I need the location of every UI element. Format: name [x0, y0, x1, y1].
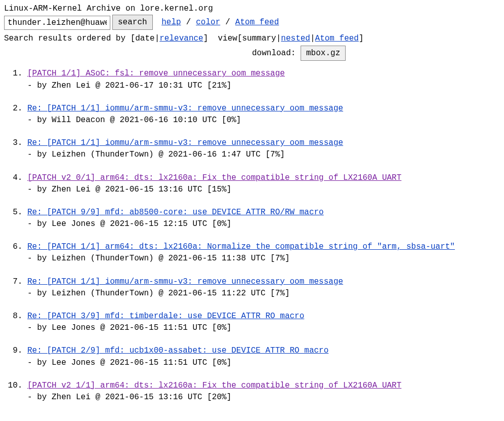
search-result-item: Re: [PATCH 3/9] mfd: timberdale: use DEV… [27, 311, 500, 334]
result-meta: - by Lee Jones @ 2021-06-15 12:15 UTC [0… [27, 218, 500, 230]
result-title-link[interactable]: Re: [PATCH 1/1] iommu/arm-smmu-v3: remov… [27, 138, 343, 147]
separator: / [186, 17, 191, 28]
search-result-item: Re: [PATCH 1/1] arm64: dts: lx2160a: Nor… [27, 241, 500, 264]
search-result-item: [PATCH v2 1/1] arm64: dts: lx2160a: Fix … [27, 380, 500, 403]
result-meta: - by Leizhen (ThunderTown) @ 2021-06-15 … [27, 253, 500, 264]
view-prefix: Search results ordered by [ [4, 34, 135, 43]
result-title-link[interactable]: Re: [PATCH 1/1] iommu/arm-smmu-v3: remov… [27, 277, 343, 286]
download-mbox-button[interactable]: mbox.gz [301, 46, 346, 61]
result-title-link[interactable]: Re: [PATCH 3/9] mfd: timberdale: use DEV… [27, 312, 304, 321]
view-mid: ] view[ [203, 34, 242, 43]
result-title-link[interactable]: [PATCH 1/1] ASoC: fsl: remove unnecessar… [27, 69, 285, 78]
result-title-link[interactable]: [PATCH v2 0/1] arm64: dts: lx2160a: Fix … [27, 173, 401, 182]
search-result-item: [PATCH v2 0/1] arm64: dts: lx2160a: Fix … [27, 172, 500, 196]
result-meta: - by Lee Jones @ 2021-06-15 11:51 UTC [0… [27, 322, 500, 334]
search-form: search help / color / Atom feed [4, 15, 500, 30]
search-result-item: Re: [PATCH 1/1] iommu/arm-smmu-v3: remov… [27, 137, 500, 161]
atom-feed-link[interactable]: Atom feed [235, 17, 279, 28]
result-meta: - by Zhen Lei @ 2021-06-15 13:16 UTC [20… [27, 392, 500, 403]
result-meta: - by Leizhen (ThunderTown) @ 2021-06-16 … [27, 149, 500, 161]
view-suffix: ] [359, 34, 364, 43]
search-result-item: Re: [PATCH 9/9] mfd: ab8500-core: use DE… [27, 207, 500, 230]
result-title-link[interactable]: Re: [PATCH 1/1] arm64: dts: lx2160a: Nor… [27, 242, 455, 251]
archive-title: Linux-ARM-Kernel Archive on lore.kernel.… [4, 3, 500, 15]
result-meta: - by Lee Jones @ 2021-06-15 11:51 UTC [0… [27, 357, 500, 369]
result-meta: - by Zhen Lei @ 2021-06-17 10:31 UTC [21… [27, 80, 500, 92]
separator: / [225, 17, 230, 28]
result-title-link[interactable]: Re: [PATCH 9/9] mfd: ab8500-core: use DE… [27, 208, 324, 217]
search-button[interactable]: search [112, 15, 153, 30]
view-summary: summary [242, 34, 276, 43]
view-options-row: Search results ordered by [date|relevanc… [4, 33, 500, 45]
download-label: download: [252, 49, 301, 58]
result-meta: - by Leizhen (ThunderTown) @ 2021-06-15 … [27, 288, 500, 299]
search-input[interactable] [4, 16, 110, 30]
search-result-item: Re: [PATCH 2/9] mfd: ucb1x00-assabet: us… [27, 345, 500, 368]
help-link[interactable]: help [161, 17, 181, 28]
result-meta: - by Zhen Lei @ 2021-06-15 13:16 UTC [15… [27, 184, 500, 196]
search-result-item: [PATCH 1/1] ASoC: fsl: remove unnecessar… [27, 68, 500, 91]
search-result-item: Re: [PATCH 1/1] iommu/arm-smmu-v3: remov… [27, 276, 500, 299]
result-title-link[interactable]: Re: [PATCH 1/1] iommu/arm-smmu-v3: remov… [27, 104, 343, 113]
view-atom-feed-link[interactable]: Atom feed [315, 34, 359, 43]
result-title-link[interactable]: Re: [PATCH 2/9] mfd: ucb1x00-assabet: us… [27, 346, 328, 355]
result-title-link[interactable]: [PATCH v2 1/1] arm64: dts: lx2160a: Fix … [27, 381, 401, 390]
result-meta: - by Will Deacon @ 2021-06-16 10:10 UTC … [27, 114, 500, 126]
sort-relevance-link[interactable]: relevance [159, 34, 203, 43]
view-nested-link[interactable]: nested [281, 34, 310, 43]
download-row: download: mbox.gz [4, 46, 500, 61]
sort-date: date [135, 34, 154, 43]
color-link[interactable]: color [196, 17, 220, 28]
search-result-item: Re: [PATCH 1/1] iommu/arm-smmu-v3: remov… [27, 103, 500, 126]
search-results-list: [PATCH 1/1] ASoC: fsl: remove unnecessar… [4, 68, 500, 403]
